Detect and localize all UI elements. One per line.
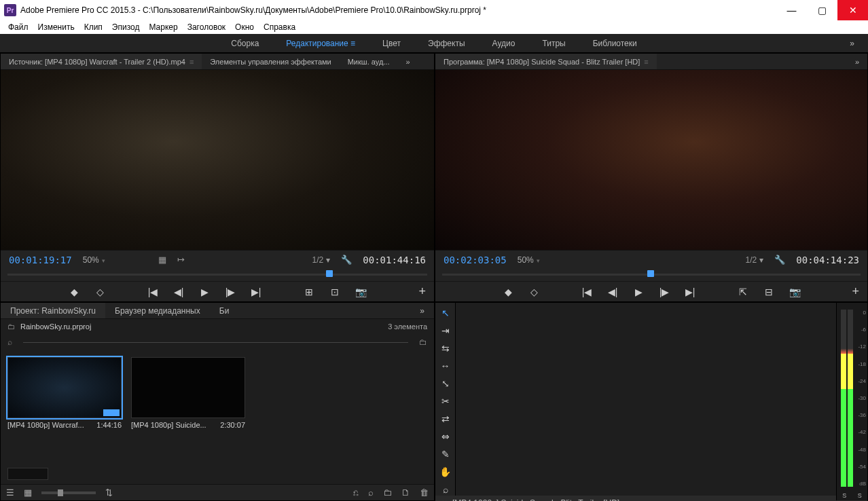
tabs-overflow-icon[interactable]: »: [847, 54, 867, 69]
export-frame-icon[interactable]: 📷: [789, 286, 801, 297]
mark-in-icon[interactable]: ◆: [502, 286, 514, 297]
workspace-assembly[interactable]: Сборка: [231, 39, 259, 48]
source-timecode-in[interactable]: 00:01:19:17: [9, 255, 72, 265]
menu-clip[interactable]: Клип: [80, 21, 107, 33]
workspace-color[interactable]: Цвет: [382, 39, 401, 48]
step-forward-icon[interactable]: |▶: [658, 286, 670, 297]
trash-icon[interactable]: 🗑: [420, 487, 429, 498]
bin-icon[interactable]: 🗀: [419, 337, 427, 347]
sort-icon[interactable]: ⇅: [105, 487, 113, 498]
source-tab[interactable]: Источник: [MP4 1080p] Warcraft - Trailer…: [1, 54, 202, 69]
export-frame-icon[interactable]: 📷: [355, 286, 367, 297]
program-resolution-select[interactable]: 1/2 ▾: [746, 255, 764, 265]
razor-tool-icon[interactable]: ✂: [439, 395, 452, 407]
hand-tool-icon[interactable]: ✋: [439, 466, 452, 478]
play-icon[interactable]: ▶: [198, 286, 211, 297]
color-label[interactable]: [7, 468, 48, 480]
slip-tool-icon[interactable]: ⇄: [439, 413, 452, 425]
track-select-tool-icon[interactable]: ⇥: [439, 324, 452, 337]
workspace-audio[interactable]: Аудио: [492, 39, 516, 48]
mark-out-icon[interactable]: ◇: [528, 286, 540, 297]
menu-marker[interactable]: Маркер: [145, 21, 181, 33]
solo-right[interactable]: S: [858, 492, 862, 499]
maximize-button[interactable]: ▢: [807, 0, 837, 20]
workspace-libraries[interactable]: Библиотеки: [593, 39, 637, 48]
panel-menu-icon[interactable]: ≡: [350, 39, 355, 48]
search-icon[interactable]: ⌕: [7, 337, 12, 347]
settings-icon[interactable]: ▦: [158, 255, 166, 265]
menu-file[interactable]: Файл: [4, 21, 33, 33]
zoom-tool-icon[interactable]: ⌕: [439, 483, 452, 496]
icon-view-icon[interactable]: ▦: [24, 487, 32, 498]
selection-tool-icon[interactable]: ↖: [439, 307, 452, 319]
mark-in-icon[interactable]: ◆: [68, 286, 80, 297]
source-video-preview[interactable]: [1, 70, 434, 250]
project-item[interactable]: [MP4 1080p] Suicide...2:30:07: [131, 357, 245, 461]
sequence-tab[interactable]: × [MP4 1080p] Suicide Squad - Blitz Trai…: [435, 496, 867, 501]
solo-left[interactable]: S: [842, 492, 846, 499]
program-timecode-in[interactable]: 00:02:03:05: [444, 255, 507, 265]
rolling-edit-tool-icon[interactable]: ↔: [439, 360, 452, 372]
pen-tool-icon[interactable]: ✎: [439, 448, 452, 460]
step-back-icon[interactable]: ◀|: [607, 286, 619, 297]
step-back-icon[interactable]: ◀|: [173, 286, 185, 297]
close-tab-icon[interactable]: ×: [442, 498, 447, 501]
folder-icon[interactable]: 🗀: [7, 322, 15, 331]
tabs-overflow-icon[interactable]: »: [397, 54, 418, 69]
menu-edit[interactable]: Изменить: [34, 21, 79, 33]
menu-help[interactable]: Справка: [259, 21, 300, 33]
add-button-icon[interactable]: +: [418, 284, 426, 299]
program-tab[interactable]: Программа: [MP4 1080p] Suicide Squad - B…: [435, 54, 657, 69]
go-to-in-icon[interactable]: |◀: [147, 286, 159, 297]
go-to-out-icon[interactable]: ▶|: [250, 286, 262, 297]
overwrite-icon[interactable]: ⊡: [329, 286, 341, 297]
workspace-overflow-icon[interactable]: »: [850, 39, 854, 48]
search-input[interactable]: [23, 342, 408, 343]
lift-icon[interactable]: ⇱: [737, 286, 749, 297]
workspace-titles[interactable]: Титры: [542, 39, 565, 48]
panel-menu-icon[interactable]: ≡: [644, 58, 648, 66]
thumbnail-size-slider[interactable]: [41, 491, 96, 494]
minimize-button[interactable]: —: [776, 0, 807, 20]
media-browser-tab[interactable]: Браузер медиаданных: [105, 303, 210, 318]
go-to-in-icon[interactable]: |◀: [581, 286, 593, 297]
new-item-icon[interactable]: 🗋: [401, 487, 410, 498]
safe-margins-icon[interactable]: ↦: [177, 255, 185, 265]
menu-sequence[interactable]: Эпизод: [108, 21, 144, 33]
mark-out-icon[interactable]: ◇: [94, 286, 106, 297]
slide-tool-icon[interactable]: ⇔: [439, 430, 452, 443]
source-scrubber[interactable]: [1, 269, 434, 281]
panel-menu-icon[interactable]: ≡: [625, 498, 630, 501]
program-scrubber[interactable]: [435, 269, 867, 281]
effect-controls-tab[interactable]: Элементы управления эффектами: [202, 54, 339, 69]
list-view-icon[interactable]: ☰: [6, 487, 14, 498]
workspace-effects[interactable]: Эффекты: [428, 39, 465, 48]
menu-title[interactable]: Заголовок: [183, 21, 230, 33]
tabs-overflow-icon[interactable]: »: [410, 303, 434, 318]
close-button[interactable]: ✕: [837, 0, 868, 20]
project-item[interactable]: [MP4 1080p] Warcraf...1:44:16: [7, 357, 122, 461]
source-resolution-select[interactable]: 1/2 ▾: [312, 255, 331, 265]
workspace-editing[interactable]: Редактирование ≡: [286, 39, 355, 48]
audio-mixer-tab[interactable]: Микш. ауд...: [340, 54, 398, 69]
project-tab[interactable]: Проект: RainbowSky.ru: [1, 303, 105, 318]
wrench-icon[interactable]: 🔧: [341, 255, 352, 265]
add-button-icon[interactable]: +: [852, 284, 859, 299]
extract-icon[interactable]: ⊟: [763, 286, 775, 297]
menu-window[interactable]: Окно: [231, 21, 258, 33]
panel-menu-icon[interactable]: ≡: [189, 58, 194, 66]
find-icon[interactable]: ⌕: [368, 487, 374, 498]
new-bin-icon[interactable]: 🗀: [383, 487, 392, 498]
source-zoom-select[interactable]: 50%: [83, 255, 105, 265]
wrench-icon[interactable]: 🔧: [774, 255, 785, 265]
ripple-edit-tool-icon[interactable]: ⇆: [439, 342, 452, 354]
play-icon[interactable]: ▶: [632, 286, 645, 297]
program-video-preview[interactable]: [435, 70, 867, 250]
rate-stretch-tool-icon[interactable]: ⤡: [439, 377, 452, 390]
automate-icon[interactable]: ⎌: [353, 487, 359, 498]
insert-icon[interactable]: ⊞: [303, 286, 315, 297]
program-zoom-select[interactable]: 50%: [518, 255, 540, 265]
libraries-tab-short[interactable]: Би: [210, 303, 239, 318]
go-to-out-icon[interactable]: ▶|: [684, 286, 696, 297]
step-forward-icon[interactable]: |▶: [224, 286, 236, 297]
